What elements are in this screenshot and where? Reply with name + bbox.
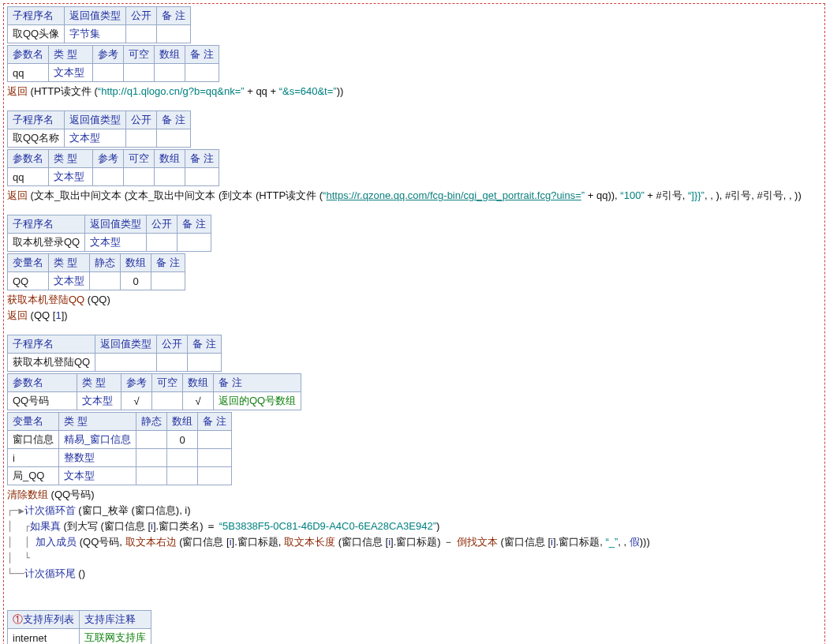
th-ref: 参考	[93, 150, 124, 168]
text: ].窗口标题) －	[391, 536, 457, 548]
sub1-param-type: 文本型	[49, 64, 93, 82]
th-type: 类 型	[49, 46, 93, 64]
kw-return: 返回	[7, 309, 28, 321]
th-remark: 备 注	[185, 150, 219, 168]
th-varname: 变量名	[8, 413, 59, 431]
th-type: 类 型	[49, 150, 93, 168]
th-label: 支持库列表	[23, 613, 74, 625]
str: “5B3838F5-0C81-46D9-A4C0-6EA28CA3E942”	[219, 520, 436, 532]
th-remark: 备 注	[185, 46, 219, 64]
text: ].窗口标题,	[232, 536, 284, 548]
th-remark: 备 注	[198, 413, 232, 431]
th-static: 静态	[136, 413, 167, 431]
gutter-icon: │ └	[7, 550, 30, 566]
text: (窗口_枚举 (窗口信息), i)	[76, 504, 191, 516]
sub1-rettype: 字节集	[65, 25, 126, 43]
sub1-param-table: 参数名 类 型 参考 可空 数组 备 注 qq 文本型	[7, 45, 219, 82]
text: + qq)),	[585, 189, 620, 201]
text: (到大写 (窗口信息 [	[61, 520, 151, 532]
text: (QQ)	[84, 294, 110, 305]
sub1-header-table: 子程序名 返回值类型 公开 备 注 取QQ头像 字节集	[7, 6, 191, 43]
gutter-icon: │ │	[7, 534, 36, 550]
empty-cell	[93, 64, 124, 82]
th-array: 数组	[167, 413, 198, 431]
th-nullable: 可空	[152, 374, 183, 392]
kw-loopend: 计次循环尾	[24, 567, 76, 579]
empty-cell	[167, 449, 198, 467]
empty-cell	[136, 431, 167, 449]
code-document: 子程序名 返回值类型 公开 备 注 取QQ头像 字节集 参数名 类 型 参考 可…	[3, 3, 825, 644]
th-static: 静态	[90, 254, 121, 272]
support-lib-table: ①支持库列表 支持库注释 internet 互联网支持库	[7, 610, 151, 644]
sub1-return-line: 返回 (HTTP读文件 (“http://q1.qlogo.cn/g?b=qq&…	[7, 84, 821, 99]
text: (QQ号码,	[77, 536, 125, 548]
text: ))	[337, 85, 344, 97]
text: (窗口信息 [	[498, 536, 551, 548]
empty-cell	[157, 354, 188, 372]
gutter-icon: ┌─▶	[7, 503, 24, 519]
empty-cell	[155, 64, 185, 82]
var-type: 文本型	[59, 467, 136, 485]
str: “100”	[620, 189, 644, 201]
param-ref: √	[121, 392, 152, 410]
sub3-rettype: 文本型	[85, 234, 147, 252]
empty-cell	[152, 392, 183, 410]
th-ref: 参考	[93, 46, 124, 64]
sub2-rettype: 文本型	[65, 129, 126, 148]
str: “_”	[605, 536, 618, 548]
th-ref: 参考	[121, 374, 152, 392]
var-type: 精易_窗口信息	[59, 431, 136, 449]
th-varname: 变量名	[8, 254, 49, 272]
flow-if-row: │ ┌ 如果真 (到大写 (窗口信息 [i].窗口类名) ＝ “5B3838F5…	[7, 519, 821, 534]
var-name: QQ	[8, 272, 49, 290]
support-name: internet	[8, 629, 80, 645]
th-remark: 备 注	[178, 215, 211, 234]
url-link[interactable]: https://r.qzone.qq.com/fcg-bin/cgi_get_p…	[326, 189, 581, 201]
sub3-header-table: 子程序名 返回值类型 公开 备 注 取本机登录QQ 文本型	[7, 215, 211, 252]
sub1-name: 取QQ头像	[8, 25, 65, 43]
th-nullable: 可空	[124, 150, 155, 168]
gutter-icon: │ ┌	[7, 519, 30, 534]
param-arr: √	[183, 392, 214, 410]
text: (窗口信息 [	[335, 536, 388, 548]
text: , ,	[618, 536, 629, 548]
text: ].窗口类名) ＝	[153, 520, 219, 532]
empty-cell	[188, 354, 222, 372]
fn: 清除数组	[7, 489, 48, 500]
sub4-name: 获取本机登陆QQ	[8, 354, 95, 372]
text: , , ), #引号, #引号, , ))	[705, 189, 802, 201]
th-nullable: 可空	[124, 46, 155, 64]
sub3-call-line: 获取本机登陆QQ (QQ)	[7, 292, 821, 308]
flow-loop-head: ┌─▶ 计次循环首 (窗口_枚举 (窗口信息), i)	[7, 503, 821, 519]
text: (QQ [	[28, 309, 55, 321]
empty-cell	[198, 431, 232, 449]
text: + qq +	[245, 85, 279, 97]
text: (窗口信息 [	[177, 536, 230, 548]
param-type: 文本型	[77, 392, 121, 410]
sub2-name: 取QQ名称	[8, 129, 65, 148]
fn: 获取本机登陆QQ	[7, 294, 84, 305]
flow-loop-tail: └── 计次循环尾 ()	[7, 566, 821, 582]
th-array: 数组	[155, 46, 185, 64]
empty-cell	[90, 272, 121, 290]
th-subname: 子程序名	[8, 335, 95, 354]
empty-cell	[185, 168, 219, 186]
text: (HTTP读文件 (	[28, 85, 98, 97]
empty-cell	[147, 234, 178, 252]
var-name: i	[8, 449, 59, 467]
text: ].窗口标题,	[553, 536, 605, 548]
var-name: 局_QQ	[8, 467, 59, 485]
sub1-param: qq	[8, 64, 49, 82]
sub4-var-table: 变量名 类 型 静态 数组 备 注 窗口信息 精易_窗口信息 0 i 整数型 局…	[7, 412, 232, 485]
text: (QQ号码)	[48, 489, 95, 500]
sub4-param-table: 参数名 类 型 参考 可空 数组 备 注 QQ号码 文本型 √ √ 返回的QQ号…	[7, 373, 301, 410]
sub2-header-table: 子程序名 返回值类型 公开 备 注 取QQ名称 文本型	[7, 110, 191, 148]
th-support-list: ①支持库列表	[8, 611, 80, 629]
sub2-param-table: 参数名 类 型 参考 可空 数组 备 注 qq 文本型	[7, 149, 219, 186]
sub2-return-line: 返回 (文本_取出中间文本 (文本_取出中间文本 (到文本 (HTTP读文件 (…	[7, 188, 821, 204]
th-paramname: 参数名	[8, 374, 77, 392]
th-remark: 备 注	[157, 7, 191, 25]
var-type: 整数型	[59, 449, 136, 467]
support-remark: 互联网支持库	[80, 629, 151, 645]
text: (文本_取出中间文本 (文本_取出中间文本 (到文本 (HTTP读文件 (	[28, 189, 323, 201]
